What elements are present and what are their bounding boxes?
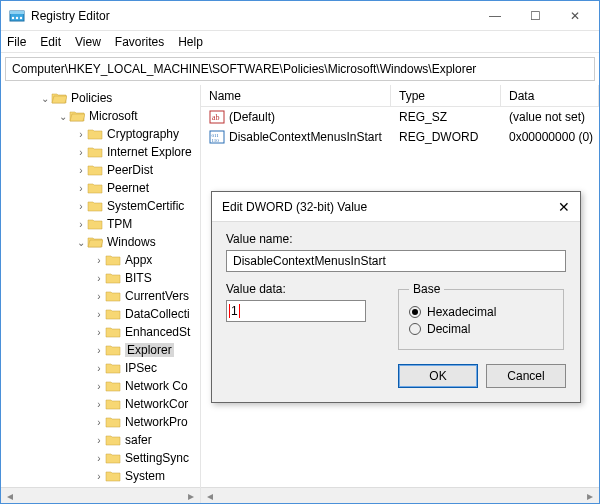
- tree-pane[interactable]: ⌄Policies⌄Microsoft›Cryptography›Interne…: [1, 85, 201, 503]
- tree-item-peernet[interactable]: ›Peernet: [1, 179, 200, 197]
- svg-point-4: [20, 16, 22, 18]
- folder-icon: [87, 163, 103, 177]
- tree-item-currentvers[interactable]: ›CurrentVers: [1, 287, 200, 305]
- menu-view[interactable]: View: [75, 35, 101, 49]
- tree-item-label: DataCollecti: [125, 307, 190, 321]
- tree-item-label: BITS: [125, 271, 152, 285]
- tree-item-networkpro[interactable]: ›NetworkPro: [1, 413, 200, 431]
- value-data: 0x00000000 (0): [501, 130, 599, 144]
- chevron-down-icon[interactable]: ⌄: [39, 93, 51, 104]
- tree-item-ipsec[interactable]: ›IPSec: [1, 359, 200, 377]
- list-header: Name Type Data: [201, 85, 599, 107]
- address-text: Computer\HKEY_LOCAL_MACHINE\SOFTWARE\Pol…: [12, 62, 476, 76]
- tree-item-label: CurrentVers: [125, 289, 189, 303]
- value-icon: ab: [209, 109, 225, 125]
- scroll-left-icon[interactable]: ◂: [203, 489, 217, 503]
- tree-item-bits[interactable]: ›BITS: [1, 269, 200, 287]
- tree-item-network-co[interactable]: ›Network Co: [1, 377, 200, 395]
- value-data-label: Value data:: [226, 282, 376, 296]
- value-data-field[interactable]: 1: [226, 300, 366, 322]
- ok-button[interactable]: OK: [398, 364, 478, 388]
- tree-item-tpm[interactable]: ›TPM: [1, 215, 200, 233]
- tree-item-cryptography[interactable]: ›Cryptography: [1, 125, 200, 143]
- list-row[interactable]: ab(Default)REG_SZ(value not set): [201, 107, 599, 127]
- col-name[interactable]: Name: [201, 85, 391, 106]
- address-bar[interactable]: Computer\HKEY_LOCAL_MACHINE\SOFTWARE\Pol…: [5, 57, 595, 81]
- chevron-right-icon[interactable]: ›: [93, 291, 105, 302]
- tree-item-label: NetworkPro: [125, 415, 188, 429]
- chevron-right-icon[interactable]: ›: [75, 129, 87, 140]
- tree-item-label: safer: [125, 433, 152, 447]
- menu-edit[interactable]: Edit: [40, 35, 61, 49]
- tree-item-explorer[interactable]: ›Explorer: [1, 341, 200, 359]
- tree-item-enhancedst[interactable]: ›EnhancedSt: [1, 323, 200, 341]
- tree-item-label: SettingSync: [125, 451, 189, 465]
- folder-icon: [87, 235, 103, 249]
- tree-item-appx[interactable]: ›Appx: [1, 251, 200, 269]
- radio-decimal[interactable]: Decimal: [409, 322, 553, 336]
- tree-item-networkcor[interactable]: ›NetworkCor: [1, 395, 200, 413]
- value-name-label: Value name:: [226, 232, 566, 246]
- chevron-right-icon[interactable]: ›: [75, 183, 87, 194]
- tree-item-safer[interactable]: ›safer: [1, 431, 200, 449]
- radio-dec-label: Decimal: [427, 322, 470, 336]
- radio-icon: [409, 306, 421, 318]
- scroll-right-icon[interactable]: ▸: [583, 489, 597, 503]
- list-row[interactable]: 011110DisableContextMenusInStartREG_DWOR…: [201, 127, 599, 147]
- chevron-right-icon[interactable]: ›: [93, 327, 105, 338]
- value-name-field[interactable]: [226, 250, 566, 272]
- col-type[interactable]: Type: [391, 85, 501, 106]
- chevron-right-icon[interactable]: ›: [75, 147, 87, 158]
- chevron-right-icon[interactable]: ›: [93, 471, 105, 482]
- close-button[interactable]: ✕: [555, 2, 595, 30]
- chevron-right-icon[interactable]: ›: [93, 363, 105, 374]
- chevron-down-icon[interactable]: ⌄: [75, 237, 87, 248]
- folder-icon: [105, 469, 121, 483]
- tree-item-datacollecti[interactable]: ›DataCollecti: [1, 305, 200, 323]
- tree-item-microsoft[interactable]: ⌄Microsoft: [1, 107, 200, 125]
- dialog-titlebar: Edit DWORD (32-bit) Value ✕: [212, 192, 580, 222]
- menu-favorites[interactable]: Favorites: [115, 35, 164, 49]
- dialog-close-button[interactable]: ✕: [558, 199, 570, 215]
- tree-item-policies[interactable]: ⌄Policies: [1, 89, 200, 107]
- chevron-down-icon[interactable]: ⌄: [57, 111, 69, 122]
- window-title: Registry Editor: [31, 9, 475, 23]
- chevron-right-icon[interactable]: ›: [93, 309, 105, 320]
- tree-item-windows[interactable]: ⌄Windows: [1, 233, 200, 251]
- folder-icon: [105, 253, 121, 267]
- chevron-right-icon[interactable]: ›: [75, 165, 87, 176]
- cancel-button[interactable]: Cancel: [486, 364, 566, 388]
- folder-icon: [105, 307, 121, 321]
- chevron-right-icon[interactable]: ›: [75, 201, 87, 212]
- folder-icon: [105, 433, 121, 447]
- chevron-right-icon[interactable]: ›: [93, 453, 105, 464]
- chevron-right-icon[interactable]: ›: [93, 435, 105, 446]
- tree-item-peerdist[interactable]: ›PeerDist: [1, 161, 200, 179]
- chevron-right-icon[interactable]: ›: [93, 381, 105, 392]
- tree-item-label: PeerDist: [107, 163, 153, 177]
- scroll-right-icon[interactable]: ▸: [184, 489, 198, 503]
- dialog-title: Edit DWORD (32-bit) Value: [222, 200, 367, 214]
- minimize-button[interactable]: —: [475, 2, 515, 30]
- tree-item-system[interactable]: ›System: [1, 467, 200, 485]
- menu-help[interactable]: Help: [178, 35, 203, 49]
- chevron-right-icon[interactable]: ›: [75, 219, 87, 230]
- tree-item-settingsync[interactable]: ›SettingSync: [1, 449, 200, 467]
- tree-scrollbar[interactable]: ◂ ▸: [1, 487, 200, 503]
- svg-text:110: 110: [212, 138, 220, 143]
- radio-hexadecimal[interactable]: Hexadecimal: [409, 305, 553, 319]
- chevron-right-icon[interactable]: ›: [93, 417, 105, 428]
- folder-icon: [51, 91, 67, 105]
- menu-file[interactable]: File: [7, 35, 26, 49]
- col-data[interactable]: Data: [501, 85, 599, 106]
- chevron-right-icon[interactable]: ›: [93, 399, 105, 410]
- maximize-button[interactable]: ☐: [515, 2, 555, 30]
- tree-item-internet-explore[interactable]: ›Internet Explore: [1, 143, 200, 161]
- chevron-right-icon[interactable]: ›: [93, 345, 105, 356]
- chevron-right-icon[interactable]: ›: [93, 273, 105, 284]
- list-scrollbar[interactable]: ◂ ▸: [201, 487, 599, 503]
- tree-item-systemcertific[interactable]: ›SystemCertific: [1, 197, 200, 215]
- app-icon: [9, 8, 25, 24]
- scroll-left-icon[interactable]: ◂: [3, 489, 17, 503]
- chevron-right-icon[interactable]: ›: [93, 255, 105, 266]
